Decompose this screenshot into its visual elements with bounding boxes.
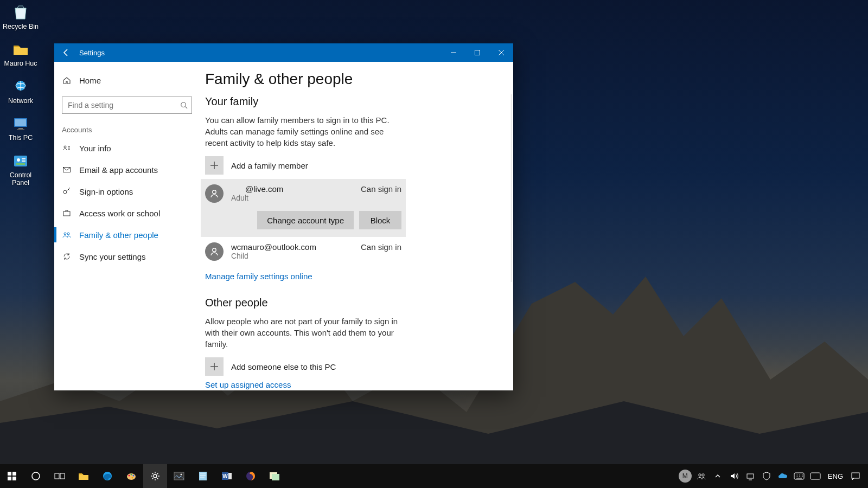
tray-input-indicator[interactable] <box>807 464 824 488</box>
taskbar-app-settings[interactable] <box>143 464 167 488</box>
svg-rect-46 <box>747 474 754 478</box>
member-role: Adult <box>231 194 283 202</box>
svg-rect-37 <box>199 472 207 480</box>
section-heading-family: Your family <box>205 95 509 108</box>
taskbar-app-photos[interactable] <box>167 464 191 488</box>
folder-icon <box>11 40 30 59</box>
taskbar: W M <box>0 464 868 488</box>
minimize-button[interactable] <box>442 43 465 62</box>
desktop-icons: Recycle Bin Mauro Huc Network This PC Co… <box>1 3 44 196</box>
briefcase-icon <box>62 208 72 218</box>
tray-network-icon[interactable] <box>742 464 758 488</box>
add-family-member[interactable]: Add a family member <box>205 156 509 175</box>
add-other-user[interactable]: Add someone else to this PC <box>205 357 509 376</box>
svg-rect-4 <box>18 128 23 129</box>
tray-language[interactable]: ENG <box>824 464 847 488</box>
taskbar-app-sticky-notes[interactable] <box>263 464 286 488</box>
svg-rect-5 <box>17 129 24 130</box>
svg-point-31 <box>131 474 132 476</box>
svg-rect-23 <box>8 477 11 480</box>
nav-your-info[interactable]: Your info <box>54 137 195 159</box>
taskbar-app-explorer[interactable] <box>72 464 95 488</box>
svg-point-7 <box>17 158 20 162</box>
section-heading-other: Other people <box>205 297 509 309</box>
show-desktop-button[interactable] <box>864 464 868 488</box>
svg-rect-21 <box>8 472 11 476</box>
sidebar-category: Accounts <box>54 118 195 137</box>
tray-action-center-icon[interactable] <box>847 464 864 488</box>
key-icon <box>62 187 72 196</box>
desktop-icon-network[interactable]: Network <box>1 78 40 105</box>
network-icon <box>11 78 30 96</box>
desktop-icon-label: Mauro Huc <box>1 60 40 67</box>
nav-access-work-school[interactable]: Access work or school <box>54 202 195 224</box>
tray-onedrive-icon[interactable] <box>775 464 791 488</box>
people-icon <box>62 230 72 240</box>
svg-rect-40 <box>228 473 232 479</box>
nav-label: Access work or school <box>79 209 160 218</box>
window-titlebar[interactable]: Settings <box>54 43 513 62</box>
task-view-button[interactable] <box>48 464 72 488</box>
member-email: wcmauro@outlook.com <box>231 242 316 252</box>
tray-keyboard-icon[interactable] <box>791 464 807 488</box>
recycle-bin-icon <box>11 3 30 22</box>
svg-point-15 <box>63 190 67 194</box>
svg-rect-14 <box>63 168 71 172</box>
search-input[interactable] <box>62 101 176 110</box>
taskbar-app-edge[interactable] <box>95 464 119 488</box>
tray-defender-icon[interactable] <box>758 464 775 488</box>
svg-rect-22 <box>12 472 16 476</box>
plus-icon <box>205 156 224 175</box>
avatar-icon <box>205 184 224 203</box>
family-member-selected[interactable]: @live.com Adult Can sign in Change accou… <box>201 179 406 237</box>
desktop-icon-control-panel[interactable]: Control Panel <box>1 152 40 187</box>
computer-icon <box>11 114 30 133</box>
taskbar-app-word[interactable]: W <box>215 464 239 488</box>
change-account-type-button[interactable]: Change account type <box>257 211 354 229</box>
tray-user[interactable]: M <box>677 464 693 488</box>
nav-home[interactable]: Home <box>54 69 195 91</box>
start-button[interactable] <box>0 464 24 488</box>
page-title: Family & other people <box>205 70 509 88</box>
svg-rect-27 <box>60 473 65 479</box>
member-role: Child <box>231 252 316 260</box>
mail-icon <box>62 165 72 175</box>
back-button[interactable] <box>54 43 78 62</box>
nav-home-label: Home <box>79 76 101 85</box>
svg-point-44 <box>699 474 701 476</box>
tray-people[interactable] <box>693 464 710 488</box>
svg-rect-48 <box>810 473 820 479</box>
block-button[interactable]: Block <box>359 211 401 229</box>
svg-rect-24 <box>12 477 16 480</box>
add-family-label: Add a family member <box>231 161 308 170</box>
family-member[interactable]: wcmauro@outlook.com Child Can sign in <box>205 237 406 266</box>
svg-point-25 <box>32 472 40 480</box>
settings-content: Family & other people Your family You ca… <box>195 62 513 390</box>
nav-email-accounts[interactable]: Email & app accounts <box>54 159 195 181</box>
svg-point-12 <box>181 102 186 107</box>
window-title: Settings <box>78 49 105 57</box>
taskbar-app-firefox[interactable] <box>239 464 263 488</box>
svg-point-17 <box>64 233 66 235</box>
close-button[interactable] <box>489 43 513 62</box>
nav-sync-settings[interactable]: Sync your settings <box>54 246 195 267</box>
sync-icon <box>62 252 72 261</box>
desktop-icon-recycle-bin[interactable]: Recycle Bin <box>1 3 40 30</box>
nav-signin-options[interactable]: Sign-in options <box>54 181 195 202</box>
member-status: Can sign in <box>361 184 401 202</box>
cortana-button[interactable] <box>24 464 48 488</box>
desktop-icon-user-folder[interactable]: Mauro Huc <box>1 40 40 67</box>
tray-volume-icon[interactable] <box>726 464 742 488</box>
tray-overflow[interactable] <box>710 464 726 488</box>
assigned-access-link[interactable]: Set up assigned access <box>205 380 291 389</box>
desktop-icon-this-pc[interactable]: This PC <box>1 114 40 142</box>
family-description: You can allow family members to sign in … <box>205 114 400 149</box>
taskbar-app-paint[interactable] <box>119 464 143 488</box>
manage-family-link[interactable]: Manage family settings online <box>205 272 312 281</box>
nav-label: Sign-in options <box>79 187 133 196</box>
nav-family-other-people[interactable]: Family & other people <box>54 224 195 246</box>
add-other-label: Add someone else to this PC <box>231 362 336 371</box>
taskbar-app-notepad[interactable] <box>191 464 215 488</box>
maximize-button[interactable] <box>465 43 489 62</box>
search-box[interactable] <box>62 97 192 114</box>
